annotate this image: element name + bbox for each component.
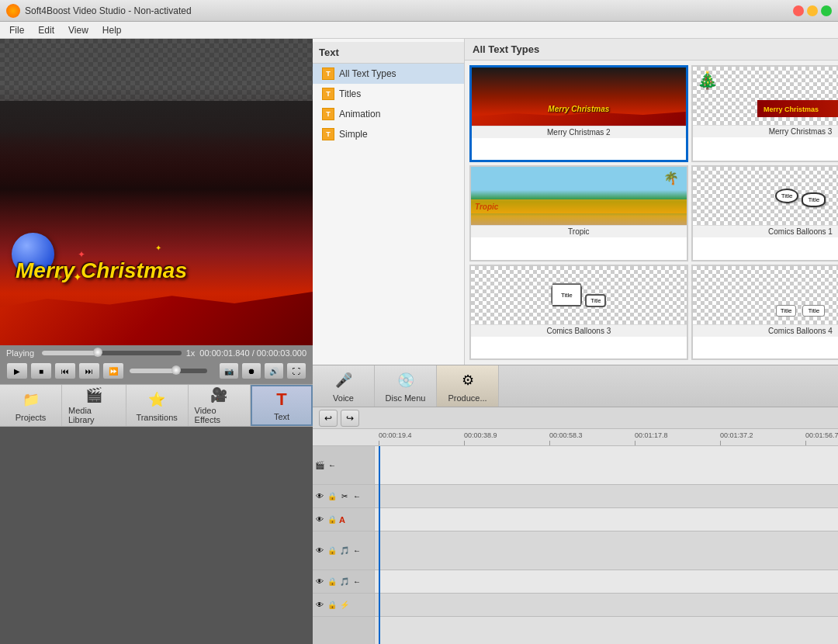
track-row-video-2: [375, 485, 838, 508]
snapshot-button[interactable]: 📷: [219, 362, 239, 379]
track-control-effects: 👁 🔒 ⚡: [313, 594, 374, 617]
track-control-video-1: 🎬 ←: [313, 446, 374, 485]
record-button[interactable]: ⏺: [241, 362, 261, 379]
redo-button[interactable]: ↪: [341, 410, 359, 427]
ruler-line-0: [379, 441, 379, 445]
lock-icon-4[interactable]: 🔒: [327, 576, 338, 587]
text-label: Text: [274, 412, 289, 421]
christmas-tree-icon: 🎄: [697, 71, 718, 91]
app-icon: [6, 4, 20, 18]
media-library-icon: 🎬: [83, 386, 105, 403]
text-item-comics-balloons-3[interactable]: Title Title Comics Balloons 3: [469, 265, 688, 360]
ruler-tick-0: 00:00:19.4: [379, 431, 464, 445]
all-text-types-icon: T: [322, 68, 334, 80]
undo-button[interactable]: ↩: [319, 410, 338, 427]
film-icon: 🎬: [314, 460, 325, 471]
comics-balloons-3-preview: Title Title: [471, 266, 687, 324]
menu-file[interactable]: File: [3, 23, 30, 37]
forward-button[interactable]: ⏩: [102, 362, 124, 379]
text-track-icon: A: [339, 515, 345, 525]
timeline-area: ↩ ↪ Storyboard 🎤 ✏ ▼ Zoom: ⊞: [313, 407, 838, 644]
track-collapse-1[interactable]: ←: [351, 491, 362, 502]
minimize-button[interactable]: [807, 5, 818, 16]
ruler-line-4: [720, 441, 721, 445]
text-item-merry-christmas-2[interactable]: Merry Christmas Merry Christmas 2: [469, 65, 688, 162]
next-button[interactable]: ⏭: [78, 362, 100, 379]
menu-edit[interactable]: Edit: [32, 23, 61, 37]
volume-track[interactable]: [130, 369, 207, 373]
comics-3-bubble-2: Title: [585, 294, 606, 307]
merry-christmas-2-label: Merry Christmas 2: [472, 126, 686, 138]
sidebar-item-simple[interactable]: T Simple: [313, 124, 464, 144]
prev-button[interactable]: ⏮: [54, 362, 76, 379]
stop-button[interactable]: ■: [30, 362, 52, 379]
ruler-line-3: [635, 441, 635, 445]
gallery-header-title: All Text Types: [473, 43, 539, 55]
text-sidebar: Text T All Text Types T Titles T Animati…: [313, 39, 465, 365]
undo-redo-controls: ↩ ↪: [319, 410, 359, 427]
audio-collapse-2[interactable]: ←: [351, 576, 362, 587]
projects-button[interactable]: 📁 Projects: [0, 385, 62, 426]
ruler-tick-2: 00:00:58.3: [549, 431, 635, 445]
transport-bar: ▶ ■ ⏮ ⏭ ⏩ 📷 ⏺ 🔊 ⛶: [6, 361, 306, 381]
lock-icon-5[interactable]: 🔒: [327, 600, 338, 611]
text-item-comics-balloons-1[interactable]: Title Title Comics Balloons 1: [691, 165, 838, 261]
sidebar-item-titles[interactable]: T Titles: [313, 84, 464, 104]
play-button[interactable]: ▶: [6, 362, 28, 379]
comics-4-bubble-2: Title: [802, 305, 825, 317]
eye-icon-5[interactable]: 👁: [314, 600, 325, 611]
progress-bar-container: Playing 1x 00:00:01.840 / 00:00:03.000: [6, 348, 306, 358]
maximize-button[interactable]: [821, 5, 832, 16]
menubar: File Edit View Help: [0, 22, 838, 39]
track-row-video-1: [375, 446, 838, 485]
close-button[interactable]: [793, 5, 804, 16]
video-effects-button[interactable]: 🎥 Video Effects: [189, 385, 251, 426]
eye-icon-1[interactable]: 👁: [314, 491, 325, 502]
transport-right: 📷 ⏺ 🔊 ⛶: [219, 362, 306, 379]
transitions-icon: ⭐: [146, 389, 168, 410]
disc-menu-icon: 💿: [395, 369, 417, 391]
ruler-tick-5: 00:01:56.7: [805, 431, 838, 445]
transport-controls: ▶ ■ ⏮ ⏭ ⏩: [6, 362, 207, 379]
fullscreen-button[interactable]: ⛶: [286, 362, 306, 379]
menu-view[interactable]: View: [62, 23, 95, 37]
text-item-merry-christmas-3[interactable]: Merry Christmas 🎄 Merry Christmas 3: [691, 65, 838, 162]
eye-icon-4[interactable]: 👁: [314, 576, 325, 587]
merry-christmas-3-label: Merry Christmas 3: [693, 125, 838, 137]
track-arrow-icon[interactable]: ←: [327, 460, 338, 471]
gallery-body: Merry Christmas Merry Christmas 2: [465, 61, 838, 365]
audio-collapse-1[interactable]: ←: [351, 545, 362, 556]
text-icon: T: [271, 390, 293, 410]
text-item-comics-balloons-4[interactable]: Title Title Comics Balloons 4: [691, 265, 838, 360]
tropic-text: Tropic: [475, 203, 498, 211]
timeline-content: [375, 446, 838, 644]
tropic-label: Tropic: [471, 225, 687, 237]
media-library-button[interactable]: 🎬 Media Library: [62, 385, 126, 426]
text-panel: Text T All Text Types T Titles T Animati…: [313, 39, 838, 365]
text-item-tropic[interactable]: Tropic 🌴 Tropic: [469, 165, 688, 261]
volume-thumb: [171, 365, 181, 375]
voice-button[interactable]: 🎤 Voice: [313, 365, 375, 407]
comics-balloons-4-label: Comics Balloons 4: [693, 324, 838, 337]
playhead: [379, 446, 380, 644]
mute-button[interactable]: 🔊: [264, 362, 284, 379]
timeline-ruler: 00:00:19.4 00:00:38.9 00:00:58.3 00:01:1…: [313, 429, 838, 446]
text-button[interactable]: T Text: [251, 385, 313, 426]
menu-help[interactable]: Help: [96, 23, 128, 37]
sidebar-item-all-text-types[interactable]: T All Text Types: [313, 64, 464, 84]
produce-button[interactable]: ⚙ Produce...: [437, 365, 499, 407]
sidebar-item-all-text-types-label: All Text Types: [339, 68, 396, 79]
sidebar-item-animation[interactable]: T Animation: [313, 104, 464, 124]
comics-balloons-1-label: Comics Balloons 1: [693, 225, 838, 237]
eye-icon-3[interactable]: 👁: [314, 545, 325, 556]
progress-track[interactable]: [42, 351, 182, 355]
lock-icon-1[interactable]: 🔒: [327, 491, 338, 502]
titles-icon: T: [322, 88, 334, 100]
transitions-button[interactable]: ⭐ Transitions: [126, 385, 189, 426]
disc-menu-button[interactable]: 💿 Disc Menu: [375, 365, 437, 407]
lock-icon-2[interactable]: 🔒: [327, 514, 338, 525]
eye-icon-2[interactable]: 👁: [314, 514, 325, 525]
scissors-icon-1[interactable]: ✂: [339, 491, 350, 502]
lock-icon-3[interactable]: 🔒: [327, 545, 338, 556]
volume-fill: [130, 369, 176, 373]
